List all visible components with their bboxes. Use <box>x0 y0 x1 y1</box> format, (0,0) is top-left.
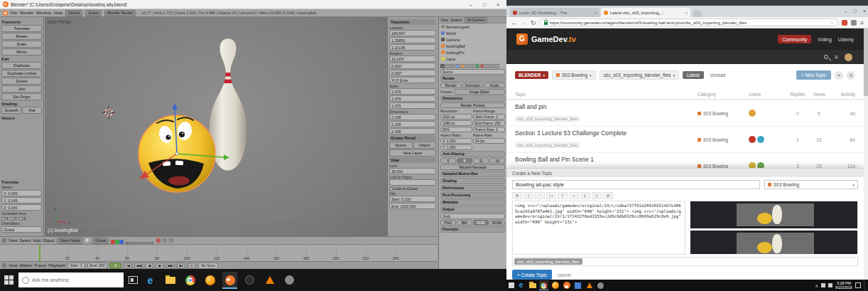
options-gear-icon[interactable]: ⚙ <box>603 192 613 199</box>
editor-type-icon[interactable] <box>2 238 6 243</box>
network-icon[interactable] <box>821 283 825 287</box>
prev-keyframe-button[interactable]: ◀◀ <box>134 263 143 269</box>
vector-z-field[interactable]: Z: 0.000 <box>1 204 42 211</box>
outliner-item[interactable]: Camera <box>439 36 506 43</box>
viewport-scene[interactable]: xy <box>45 17 387 236</box>
cortana-search-box[interactable] <box>18 273 124 287</box>
constraint-y-checkbox[interactable]: Y <box>11 216 18 221</box>
avatar[interactable] <box>749 110 756 117</box>
transform-panel-title[interactable]: Transform <box>389 19 436 25</box>
timeline-menu-playback[interactable]: Playback <box>48 263 65 268</box>
upload-button[interactable]: ⇧ <box>558 192 568 199</box>
nav-community[interactable]: Community <box>778 35 811 43</box>
show-desktop-button[interactable] <box>864 280 866 291</box>
vector-y-field[interactable]: Y: 3.145 <box>1 197 42 203</box>
outliner-search-menu[interactable]: Search <box>450 18 462 22</box>
frame-step-field[interactable]: Frame Step: 1 <box>473 127 505 132</box>
grease-scene-button[interactable]: Scene <box>389 142 413 149</box>
taskbar-icon-edge[interactable]: e <box>143 272 158 289</box>
taskbar-icon-firefox[interactable] <box>550 280 560 290</box>
start-frame-field[interactable]: Start Frame: 1 <box>473 114 505 120</box>
resolution-x-field[interactable]: 1920 px <box>440 114 472 120</box>
tag-dropdown[interactable]: cbc_s03_importing_blender_files▾ <box>600 70 680 80</box>
taskbar-icon-firefox[interactable] <box>202 272 217 289</box>
performance-panel-header[interactable]: Performance <box>440 185 505 191</box>
page-scrollbar[interactable] <box>864 28 868 280</box>
lock-to-cursor-checkbox[interactable]: Lock to Cursor <box>389 186 418 191</box>
scale-x-field[interactable]: 1.079 <box>389 88 436 95</box>
timeline-editor-icon[interactable] <box>2 263 6 268</box>
outliner-item[interactable]: bowlingBall <box>439 43 506 49</box>
back-button[interactable]: ← <box>511 19 517 26</box>
depth-bw-button[interactable]: BW <box>457 220 472 226</box>
grease-pencil-panel-title[interactable]: Grease Pencil <box>389 135 436 141</box>
options-gear-button[interactable]: ⚙ <box>847 71 855 80</box>
scene-dropdown[interactable]: Scene <box>85 10 102 16</box>
italic-button[interactable]: I <box>523 192 533 199</box>
taskbar-icon-app[interactable] <box>282 272 297 289</box>
hamburger-icon[interactable]: ≡ <box>835 54 838 60</box>
browser-tab-active[interactable]: Latest cbc_s03_importing_... × <box>601 8 690 17</box>
grease-object-button[interactable]: Object <box>413 142 437 149</box>
dimensions-x-field[interactable]: 2.158 <box>389 114 436 120</box>
rotate-button[interactable]: Rotate <box>1 33 42 40</box>
tab-data[interactable] <box>475 64 479 68</box>
blender-titlebar[interactable]: Blender* [C:\Users\Endgame\Desktop\bowli… <box>0 0 506 9</box>
new-layer-button[interactable]: New Layer <box>389 149 436 157</box>
play-reverse-button[interactable]: ◀ <box>145 263 153 269</box>
aa-samples-16[interactable]: 16 <box>489 158 505 164</box>
depth-rgba-button[interactable]: RGBA <box>489 220 505 226</box>
outliner-item[interactable]: bowlingPin <box>439 49 506 55</box>
menu-render[interactable]: Render <box>20 11 33 15</box>
taskbar-icon-file-explorer[interactable] <box>163 272 178 289</box>
emoji-button[interactable]: ☺ <box>592 192 602 199</box>
composer-editor[interactable]: <img src="/uploads/gamedev/original/2X/c… <box>512 201 685 255</box>
render-engine-dropdown[interactable]: Blender Render <box>104 10 136 16</box>
jump-to-start-button[interactable]: |◀ <box>124 263 132 269</box>
gamedev-logo-icon[interactable]: G <box>516 33 528 45</box>
resolution-y-field[interactable]: 1080 px <box>440 120 472 126</box>
shading-panel-header[interactable]: Shading <box>440 178 505 184</box>
frame-end-field[interactable]: End: 250 <box>87 263 108 269</box>
bold-button[interactable]: B <box>512 192 522 199</box>
manipulator-toggles[interactable] <box>111 236 124 244</box>
viewport-menu-view[interactable]: View <box>9 238 17 243</box>
extension-icon-2[interactable] <box>851 20 857 26</box>
refresh-button[interactable]: ↻ <box>531 19 536 26</box>
viewport-menu-object[interactable]: Object <box>43 238 55 243</box>
taskbar-icon-vlc[interactable] <box>262 272 277 289</box>
dimensions-panel-header[interactable]: Dimensions <box>440 95 505 102</box>
topic-title[interactable]: Section 3 Lecture 53 Challenge Complete <box>515 129 698 137</box>
viewport-menu-add[interactable]: Add <box>33 238 40 243</box>
delete-button[interactable]: Delete <box>1 78 42 85</box>
code-button[interactable]: <> <box>546 192 556 199</box>
menu-help[interactable]: Help <box>54 11 63 15</box>
jump-to-end-button[interactable]: ▶| <box>177 263 185 269</box>
topic-row[interactable]: Ball and pincbc_s03_importing_blender_fi… <box>506 100 864 127</box>
taskbar-icon-chrome[interactable] <box>539 280 548 290</box>
category-dropdown[interactable]: BLENDER▾ <box>515 71 548 79</box>
browser-minimize-button[interactable]: – <box>845 6 847 16</box>
cancel-link[interactable]: cancel <box>558 273 571 277</box>
join-button[interactable]: Join <box>1 85 42 92</box>
play-button[interactable]: ▶ <box>156 263 164 269</box>
mode-dropdown[interactable]: Object Mode <box>57 238 83 244</box>
taskbar-icon-file-explorer[interactable] <box>528 280 537 290</box>
scale-y-field[interactable]: 1.079 <box>389 95 436 102</box>
create-topic-button[interactable]: + Create Topic <box>512 270 552 280</box>
screen-layout-dropdown[interactable]: Default <box>65 10 82 16</box>
viewport-menu-select[interactable]: Select <box>19 238 31 243</box>
timeline-menu-view[interactable]: View <box>9 263 17 268</box>
aa-samples-5[interactable]: 5 <box>440 158 456 164</box>
taskbar-icon-blender[interactable] <box>222 272 237 289</box>
topic-users[interactable] <box>749 136 787 143</box>
search-icon[interactable] <box>824 55 828 59</box>
new-tab-button[interactable] <box>693 10 702 17</box>
anti-aliasing-panel-header[interactable]: Anti-Aliasing <box>440 151 505 157</box>
set-origin-dropdown[interactable]: Set Origin <box>1 93 42 100</box>
topic-users[interactable] <box>749 110 787 117</box>
tab-particles[interactable] <box>490 64 494 68</box>
task-view-button[interactable] <box>129 276 138 284</box>
tab-texture[interactable] <box>485 64 489 68</box>
nav-voting[interactable]: Voting <box>818 37 831 42</box>
